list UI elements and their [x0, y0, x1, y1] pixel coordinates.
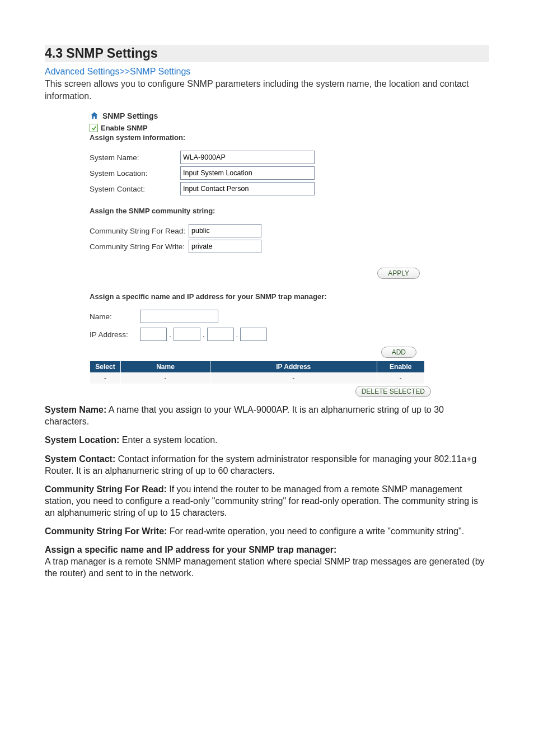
system-location-label: System Location: [90, 169, 179, 178]
community-heading: Assign the SNMP community string: [90, 207, 437, 215]
community-write-input[interactable] [189, 240, 261, 253]
doc-trap-manager-body: A trap manager is a remote SNMP manageme… [45, 557, 485, 578]
cell-ip: - [210, 372, 377, 384]
doc-system-name-lead: System Name: [45, 405, 106, 414]
ip-octet-4[interactable] [240, 328, 267, 341]
trap-table: Select Name IP Address Enable - - - - [90, 361, 424, 384]
panel-title: SNMP Settings [102, 111, 158, 120]
col-name: Name [121, 361, 210, 372]
community-write-label: Community String For Write: [90, 242, 189, 251]
doc-community-read-lead: Community String For Read: [45, 484, 167, 494]
doc-community-write-body: For read-write operation, you need to co… [167, 526, 464, 536]
delete-selected-button[interactable]: DELETE SELECTED [355, 386, 431, 397]
panel-title-row: SNMP Settings [90, 111, 437, 120]
doc-system-location-body: Enter a system location. [119, 435, 217, 445]
enable-snmp-row: Enable SNMP [90, 124, 437, 132]
doc-system-location: System Location: Enter a system location… [45, 434, 489, 446]
enable-snmp-label: Enable SNMP [101, 124, 148, 132]
system-name-label: System Name: [90, 153, 179, 162]
doc-trap-manager-lead: Assign a specific name and IP address fo… [45, 545, 336, 554]
doc-trap-manager: Assign a specific name and IP address fo… [45, 544, 489, 579]
doc-system-contact: System Contact: Contact information for … [45, 453, 489, 477]
check-icon [91, 125, 97, 131]
system-info-grid: System Name: System Location: System Con… [90, 151, 437, 195]
trap-ip-label: IP Address: [90, 330, 140, 339]
table-row: - - - - [90, 372, 425, 384]
community-read-label: Community String For Read: [90, 227, 189, 235]
apply-button[interactable]: APPLY [377, 268, 420, 279]
cell-name: - [121, 372, 210, 384]
ip-octet-3[interactable] [207, 328, 234, 341]
doc-system-name: System Name: A name that you assign to y… [45, 404, 489, 427]
add-button[interactable]: ADD [381, 347, 416, 358]
table-header-row: Select Name IP Address Enable [90, 361, 425, 372]
trap-name-input[interactable] [140, 310, 218, 323]
page-title: 4.3 SNMP Settings [45, 45, 489, 62]
cell-select: - [90, 372, 121, 384]
col-enable: Enable [377, 361, 424, 372]
doc-community-write: Community String For Write: For read-wri… [45, 525, 489, 537]
ip-octet-2[interactable] [174, 328, 200, 341]
enable-snmp-checkbox[interactable] [90, 124, 98, 132]
assign-system-info-heading: Assign system information: [90, 133, 437, 142]
ip-octet-1[interactable] [140, 328, 167, 341]
system-name-input[interactable] [180, 151, 315, 164]
system-contact-label: System Contact: [90, 185, 179, 193]
cell-enable: - [377, 372, 424, 384]
doc-community-read: Community String For Read: If you intend… [45, 483, 489, 519]
snmp-settings-panel: SNMP Settings Enable SNMP Assign system … [90, 111, 437, 397]
ip-address-group: . . . [140, 328, 437, 341]
community-read-input[interactable] [189, 224, 261, 237]
doc-system-location-lead: System Location: [45, 435, 119, 445]
doc-community-write-lead: Community String For Write: [45, 526, 167, 536]
breadcrumb: Advanced Settings>>SNMP Settings [45, 67, 489, 77]
col-ip: IP Address [210, 361, 377, 372]
trap-name-label: Name: [90, 312, 140, 321]
system-contact-input[interactable] [180, 182, 315, 195]
doc-system-contact-lead: System Contact: [45, 454, 115, 464]
system-location-input[interactable] [180, 166, 315, 180]
home-icon [90, 111, 99, 120]
community-grid: Community String For Read: Community Str… [90, 224, 437, 253]
trap-heading: Assign a specific name and IP address fo… [90, 292, 437, 301]
trap-grid: Name: IP Address: . . . [90, 310, 437, 341]
col-select: Select [90, 361, 121, 372]
intro-text: This screen allows you to configure SNMP… [45, 78, 489, 102]
